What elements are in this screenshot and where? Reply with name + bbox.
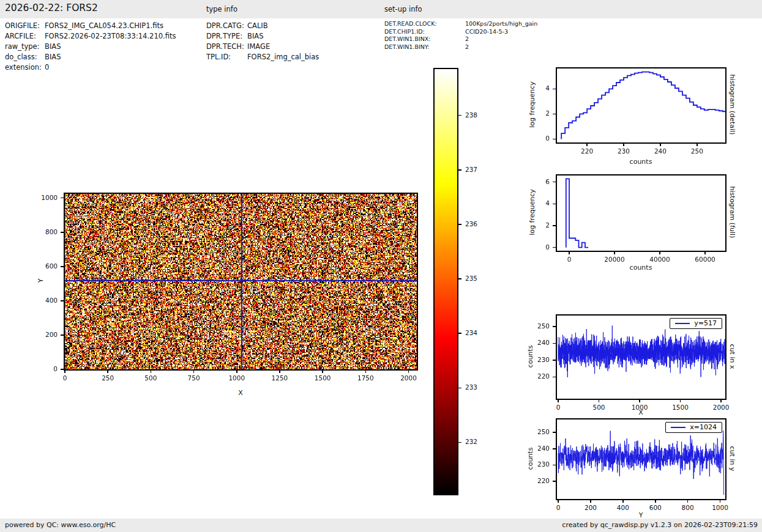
cut-in-x-xlabel: X <box>638 408 643 416</box>
x-tick-mark <box>680 400 681 402</box>
y-tick-mark <box>61 300 64 301</box>
y-tick-mark <box>553 247 556 248</box>
y-tick-label: 236 <box>465 220 477 227</box>
y-tick-mark <box>61 198 64 199</box>
setup-info-row: DET.CHIP1.ID:CCID20-14-5-3 <box>384 28 537 36</box>
y-tick-mark <box>553 448 556 449</box>
x-tick-mark <box>236 371 237 373</box>
field-value: 0 <box>45 62 49 73</box>
type-info-row: TPL.ID:FORS2_img_cal_bias <box>206 52 319 62</box>
field-value: 100Kps/2ports/high_gain <box>465 20 537 28</box>
y-tick-label: 600 <box>28 262 58 270</box>
x-tick-mark <box>720 500 721 503</box>
y-tick-mark <box>458 388 461 389</box>
x-tick-label: 1250 <box>258 374 301 382</box>
field-label: DPR.TECH: <box>206 42 247 52</box>
y-tick-mark <box>553 465 556 466</box>
y-tick-label: 220 <box>520 372 550 380</box>
x-tick-mark <box>639 400 640 402</box>
footer-powered-by: powered by QC: www.eso.org/HC <box>5 521 116 529</box>
y-tick-mark <box>553 139 556 140</box>
x-tick-mark <box>599 400 600 402</box>
setup-info-row: DET.READ.CLOCK:100Kps/2ports/high_gain <box>384 20 537 28</box>
field-label: DPR.TYPE: <box>206 31 247 42</box>
field-label: DET.CHIP1.ID: <box>384 28 465 36</box>
x-tick-label: 2000 <box>700 404 742 411</box>
y-tick-mark <box>553 360 556 361</box>
file-info-row: do_class:BIAS <box>5 52 176 62</box>
x-tick-mark <box>107 371 108 373</box>
cut-in-y-plot: x=1024 02004006008001000220230240250 <box>556 418 727 500</box>
x-tick-mark <box>558 500 559 503</box>
y-tick-mark <box>458 224 461 225</box>
cut-in-y-xlabel: Y <box>639 511 643 519</box>
x-tick-mark <box>704 252 706 254</box>
y-tick-label: 0 <box>520 135 550 142</box>
x-tick-label: 500 <box>129 374 172 382</box>
legend-label: x=1024 <box>690 423 717 431</box>
x-tick-mark <box>655 500 656 503</box>
field-label: DPR.CATG: <box>206 21 247 31</box>
y-tick-label: 234 <box>465 329 477 336</box>
type-info-row: DPR.TECH:IMAGE <box>206 42 319 52</box>
file-info-row: ARCFILE:FORS2.2026-02-23T08:33:14.210.fi… <box>5 31 176 42</box>
x-tick-mark <box>614 252 615 254</box>
x-tick-label: 1000 <box>699 504 742 511</box>
x-tick-label: 20000 <box>593 256 636 263</box>
file-info-row: ORIGFILE:FORS2_IMG_CAL054.23.CHIP1.fits <box>5 21 176 31</box>
cut-in-y-ylabel: counts <box>526 448 534 470</box>
field-label: extension: <box>5 62 45 73</box>
x-tick-label: 1500 <box>659 404 702 411</box>
x-tick-mark <box>659 252 660 254</box>
histogram-detail-side-label: histogram (detail) <box>728 75 736 135</box>
y-tick-label: 237 <box>465 166 477 173</box>
y-tick-mark <box>458 278 461 279</box>
y-tick-label: 230 <box>520 356 550 363</box>
y-tick-label: 200 <box>28 331 58 338</box>
x-tick-mark <box>623 144 624 146</box>
field-label: raw_type: <box>5 42 45 52</box>
y-tick-label: 238 <box>465 111 477 119</box>
x-tick-label: 0 <box>548 256 591 263</box>
x-tick-label: 2000 <box>387 374 430 382</box>
cut-in-x-ylabel: counts <box>526 345 534 368</box>
setup-info-row: DET.WIN1.BINY:2 <box>384 43 537 51</box>
field-value: FORS2_img_cal_bias <box>247 52 319 62</box>
histogram-detail-plot: 220230240250024 <box>556 67 727 144</box>
y-tick-mark <box>553 432 556 433</box>
x-tick-label: 1500 <box>301 374 344 382</box>
y-tick-mark <box>553 204 556 205</box>
y-tick-label: 235 <box>465 275 477 282</box>
colorbar: 232233234235236237238 <box>433 68 458 495</box>
y-tick-label: 400 <box>28 297 58 304</box>
legend-line-sample <box>671 427 685 428</box>
y-tick-label: 240 <box>520 339 550 346</box>
y-tick-mark <box>553 89 556 90</box>
histogram-full-side-label: histogram (full) <box>728 187 736 238</box>
histogram-full-ylabel: log frequency <box>528 189 536 235</box>
y-tick-mark <box>458 115 461 116</box>
qc-report-page: 2026-02-22: FORS2 type info set-up info … <box>0 0 762 532</box>
x-tick-label: 250 <box>86 374 129 382</box>
histogram-full-plot: 02000040000600000246 <box>556 174 727 252</box>
legend-line-sample <box>675 323 690 324</box>
field-label: TPL.ID: <box>206 52 247 62</box>
x-tick-label: 1000 <box>215 374 258 382</box>
y-tick-mark <box>553 182 556 183</box>
y-tick-label: 250 <box>520 428 550 435</box>
footer-bar: powered by QC: www.eso.org/HC created by… <box>0 519 762 532</box>
x-tick-label: 0 <box>43 374 86 382</box>
x-tick-mark <box>586 144 588 146</box>
y-tick-label: 240 <box>520 445 550 452</box>
histogram-full-xlabel: counts <box>630 264 652 272</box>
legend-label: y=517 <box>694 319 717 327</box>
type-info-block: DPR.CATG:CALIB DPR.TYPE:BIAS DPR.TECH:IM… <box>206 21 319 62</box>
type-info-row: DPR.CATG:CALIB <box>206 21 319 31</box>
bias-image-plot: 0250500750100012501500175020000200400600… <box>64 193 418 371</box>
x-tick-mark <box>558 400 559 402</box>
field-value: 2 <box>465 35 469 43</box>
y-tick-label: 220 <box>520 477 550 484</box>
x-tick-mark <box>64 371 65 373</box>
y-tick-mark <box>553 114 556 115</box>
y-tick-mark <box>61 266 64 267</box>
